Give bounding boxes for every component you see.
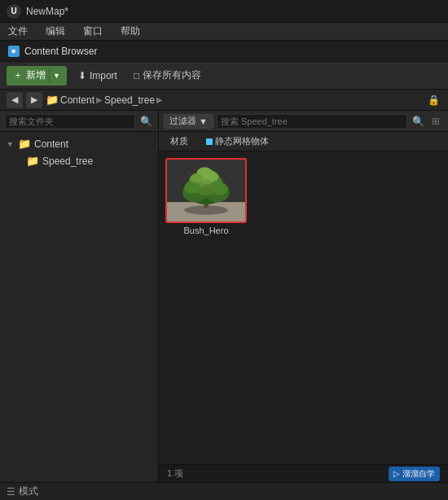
folder-arrow-content: ▼: [7, 140, 15, 148]
new-button[interactable]: ＋ 新增 ▼: [7, 66, 67, 86]
nav-path-speed-tree[interactable]: Speed_tree: [104, 94, 155, 106]
type-filter-bar: 材质 静态网格物体: [159, 132, 448, 151]
folder-icon-speed-tree: 📁: [26, 155, 39, 167]
grid-view-button[interactable]: ⊞: [428, 114, 443, 129]
nav-path-content[interactable]: Content: [60, 94, 94, 106]
modes-bar: ☰ 模式: [0, 482, 448, 500]
browser-tab: ■ Content Browser: [0, 41, 448, 62]
modes-icon: ☰: [7, 486, 15, 498]
nav-bar: ◀ ▶ 📁 Content ▶ Speed_tree ▶ 🔒: [0, 90, 448, 111]
menu-bar: 文件 编辑 窗口 帮助: [0, 23, 448, 41]
import-icon: ⬇: [78, 70, 86, 81]
type-tab-dot-static-mesh: [206, 138, 213, 145]
import-label: Import: [90, 70, 117, 81]
asset-grid: Bush_Hero: [159, 151, 448, 464]
import-button[interactable]: ⬇ Import: [73, 66, 122, 86]
menu-edit[interactable]: 编辑: [42, 23, 68, 40]
asset-item-bush-hero[interactable]: Bush_Hero: [165, 158, 247, 235]
new-dropdown-arrow: ▼: [49, 69, 60, 82]
watermark-text: 溜溜自学: [402, 468, 435, 480]
svg-point-11: [184, 181, 200, 193]
folder-search-input[interactable]: [5, 114, 135, 129]
filter-label: 过滤器: [169, 115, 196, 127]
filter-bar: 过滤器 ▼ 🔍 ⊞: [159, 111, 448, 132]
asset-thumb-wrapper: [165, 158, 247, 223]
asset-search-icon[interactable]: 🔍: [411, 114, 425, 129]
menu-file[interactable]: 文件: [5, 23, 31, 40]
status-count: 1 项: [167, 467, 183, 480]
folder-content[interactable]: ▼ 📁 Content: [0, 135, 158, 152]
type-tab-static-mesh[interactable]: 静态网格物体: [200, 134, 275, 149]
folder-name-content: Content: [34, 138, 68, 150]
save-icon: □: [134, 70, 139, 81]
type-tab-static-mesh-label: 静态网格物体: [215, 135, 269, 147]
svg-point-15: [191, 173, 203, 183]
right-panel: 过滤器 ▼ 🔍 ⊞ 材质 静态网格物体: [159, 111, 448, 482]
new-label: 新增: [26, 68, 46, 82]
folder-tree: ▼ 📁 Content 📁 Speed_tree: [0, 132, 158, 482]
left-panel: 🔍 ▼ 📁 Content 📁 Speed_tree: [0, 111, 159, 482]
menu-window[interactable]: 窗口: [80, 23, 106, 40]
bush-svg: [167, 158, 245, 223]
folder-search-bar: 🔍: [0, 111, 158, 132]
nav-path: 📁 Content ▶ Speed_tree ▶: [46, 94, 422, 106]
nav-folder-icon: 📁: [46, 94, 59, 106]
main-content: 🔍 ▼ 📁 Content 📁 Speed_tree 过滤器 ▼ 🔍: [0, 111, 448, 482]
nav-forward-button[interactable]: ▶: [26, 92, 42, 108]
folder-icon-content: 📁: [18, 138, 31, 150]
browser-tab-label: Content Browser: [24, 46, 97, 57]
app-title: NewMap*: [26, 6, 68, 17]
modes-label: 模式: [19, 485, 38, 498]
new-icon: ＋: [13, 68, 23, 82]
svg-point-12: [213, 182, 228, 195]
watermark: ▷ 溜溜自学: [389, 467, 440, 481]
save-button[interactable]: □ 保存所有内容: [129, 66, 206, 86]
type-tab-material-label: 材质: [170, 135, 188, 147]
filter-arrow-icon: ▼: [199, 116, 208, 126]
nav-lock-icon[interactable]: 🔒: [425, 92, 441, 108]
browser-tab-icon: ■: [8, 46, 20, 57]
folder-name-speed-tree: Speed_tree: [42, 156, 93, 167]
type-tab-material[interactable]: 材质: [164, 134, 195, 149]
nav-separator-1: ▶: [96, 95, 103, 104]
save-label: 保存所有内容: [143, 68, 201, 82]
nav-separator-2: ▶: [156, 95, 163, 104]
menu-help[interactable]: 帮助: [117, 23, 143, 40]
watermark-icon: ▷: [393, 469, 400, 478]
app-logo: U: [7, 4, 21, 19]
asset-search-input[interactable]: [217, 114, 407, 129]
folder-speed-tree[interactable]: 📁 Speed_tree: [0, 152, 158, 169]
status-bar: 1 项 ▷ 溜溜自学: [159, 464, 448, 482]
folder-search-icon[interactable]: 🔍: [138, 114, 153, 129]
toolbar: ＋ 新增 ▼ ⬇ Import □ 保存所有内容: [0, 62, 448, 90]
nav-back-button[interactable]: ◀: [7, 92, 23, 108]
svg-point-14: [206, 172, 218, 182]
filter-button[interactable]: 过滤器 ▼: [164, 114, 213, 129]
asset-name: Bush_Hero: [165, 226, 247, 235]
title-bar: U NewMap*: [0, 0, 448, 23]
